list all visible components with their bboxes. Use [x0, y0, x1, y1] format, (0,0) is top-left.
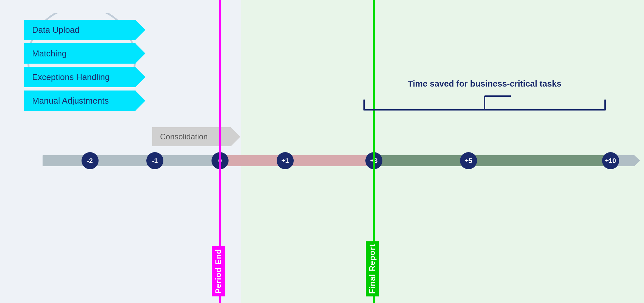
svg-rect-2 [363, 109, 606, 111]
manual-adjustments-label: Manual Adjustments [32, 96, 109, 106]
svg-rect-3 [363, 99, 365, 111]
data-upload-banner: Data Upload [24, 20, 136, 40]
timeline-dot-plus5: +5 [460, 152, 477, 169]
timeline-dot-minus1: -1 [146, 152, 163, 169]
svg-rect-4 [604, 99, 606, 111]
time-saved-bracket-icon [360, 93, 609, 119]
consolidation-label: Consolidation [160, 132, 208, 141]
final-report-label: Final Report [366, 241, 379, 296]
exceptions-handling-label: Exceptions Handling [32, 72, 110, 82]
matching-banner: Matching [24, 43, 136, 64]
timeline-green-zone [374, 155, 611, 166]
manual-adjustments-banner: Manual Adjustments [24, 91, 136, 111]
time-saved-label: Time saved for business-critical tasks [360, 79, 609, 89]
timeline-bar [43, 155, 634, 166]
timeline-dot-minus2: -2 [82, 152, 99, 169]
matching-label: Matching [32, 49, 67, 59]
timeline-arrow-tip-icon [634, 155, 640, 166]
data-upload-label: Data Upload [32, 25, 80, 35]
timeline-dot-plus1: +1 [277, 152, 294, 169]
period-end-label: Period End [212, 246, 225, 296]
timeline-container: -2 -1 0 +1 +3 +5 +10 [43, 151, 634, 171]
process-panel: Data Upload Matching Exceptions Handling… [11, 13, 136, 114]
exceptions-handling-banner: Exceptions Handling [24, 67, 136, 87]
timeline-pink-zone [220, 155, 374, 166]
timeline-dot-plus10: +10 [602, 152, 619, 169]
time-saved-container: Time saved for business-critical tasks [360, 79, 609, 119]
